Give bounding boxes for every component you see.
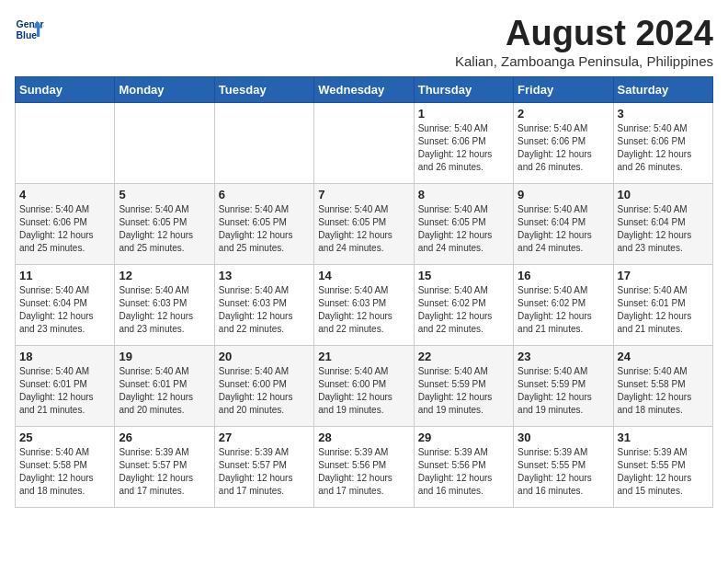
calendar-cell: 1Sunrise: 5:40 AM Sunset: 6:06 PM Daylig… <box>414 102 513 183</box>
day-info: Sunrise: 5:39 AM Sunset: 5:57 PM Dayligh… <box>219 446 310 498</box>
day-info: Sunrise: 5:40 AM Sunset: 6:00 PM Dayligh… <box>318 365 409 417</box>
calendar-cell: 22Sunrise: 5:40 AM Sunset: 5:59 PM Dayli… <box>414 345 513 426</box>
svg-text:Blue: Blue <box>17 30 38 40</box>
calendar-header-row: SundayMondayTuesdayWednesdayThursdayFrid… <box>16 76 713 102</box>
calendar-week-3: 11Sunrise: 5:40 AM Sunset: 6:04 PM Dayli… <box>16 264 713 345</box>
calendar-cell: 4Sunrise: 5:40 AM Sunset: 6:06 PM Daylig… <box>16 183 115 264</box>
day-info: Sunrise: 5:40 AM Sunset: 6:01 PM Dayligh… <box>119 365 210 417</box>
calendar-cell: 11Sunrise: 5:40 AM Sunset: 6:04 PM Dayli… <box>16 264 115 345</box>
day-info: Sunrise: 5:40 AM Sunset: 6:02 PM Dayligh… <box>418 284 509 336</box>
day-header-sunday: Sunday <box>16 76 115 102</box>
day-number: 18 <box>19 350 110 363</box>
day-number: 23 <box>518 350 609 363</box>
calendar-cell: 30Sunrise: 5:39 AM Sunset: 5:55 PM Dayli… <box>514 426 613 507</box>
day-info: Sunrise: 5:40 AM Sunset: 5:59 PM Dayligh… <box>418 365 509 417</box>
day-info: Sunrise: 5:40 AM Sunset: 6:05 PM Dayligh… <box>418 203 509 255</box>
day-info: Sunrise: 5:40 AM Sunset: 6:01 PM Dayligh… <box>19 365 110 417</box>
logo-icon: General Blue <box>15 15 44 44</box>
calendar-cell: 23Sunrise: 5:40 AM Sunset: 5:59 PM Dayli… <box>514 345 613 426</box>
day-number: 9 <box>518 188 609 201</box>
calendar-cell <box>214 102 313 183</box>
calendar-cell: 13Sunrise: 5:40 AM Sunset: 6:03 PM Dayli… <box>214 264 313 345</box>
day-info: Sunrise: 5:40 AM Sunset: 6:03 PM Dayligh… <box>318 284 409 336</box>
day-number: 7 <box>318 188 409 201</box>
day-info: Sunrise: 5:40 AM Sunset: 6:05 PM Dayligh… <box>219 203 310 255</box>
calendar-cell: 14Sunrise: 5:40 AM Sunset: 6:03 PM Dayli… <box>314 264 414 345</box>
calendar-week-2: 4Sunrise: 5:40 AM Sunset: 6:06 PM Daylig… <box>16 183 713 264</box>
calendar-body: 1Sunrise: 5:40 AM Sunset: 6:06 PM Daylig… <box>16 102 713 507</box>
calendar-cell: 29Sunrise: 5:39 AM Sunset: 5:56 PM Dayli… <box>414 426 513 507</box>
calendar-cell: 12Sunrise: 5:40 AM Sunset: 6:03 PM Dayli… <box>115 264 214 345</box>
header: General Blue August 2024 Kalian, Zamboan… <box>15 15 713 69</box>
day-header-thursday: Thursday <box>414 76 513 102</box>
day-info: Sunrise: 5:40 AM Sunset: 6:02 PM Dayligh… <box>518 284 609 336</box>
day-number: 17 <box>618 269 709 282</box>
day-header-saturday: Saturday <box>613 76 712 102</box>
calendar-cell: 2Sunrise: 5:40 AM Sunset: 6:06 PM Daylig… <box>514 102 613 183</box>
day-info: Sunrise: 5:40 AM Sunset: 6:03 PM Dayligh… <box>219 284 310 336</box>
calendar-cell: 21Sunrise: 5:40 AM Sunset: 6:00 PM Dayli… <box>314 345 414 426</box>
day-number: 10 <box>618 188 709 201</box>
calendar-cell: 26Sunrise: 5:39 AM Sunset: 5:57 PM Dayli… <box>115 426 214 507</box>
day-number: 2 <box>518 107 609 121</box>
day-number: 22 <box>418 350 509 363</box>
day-info: Sunrise: 5:40 AM Sunset: 5:59 PM Dayligh… <box>518 365 609 417</box>
logo: General Blue <box>15 15 44 44</box>
day-number: 21 <box>318 350 409 363</box>
day-number: 11 <box>19 269 110 282</box>
day-info: Sunrise: 5:39 AM Sunset: 5:57 PM Dayligh… <box>119 446 210 498</box>
calendar-cell: 7Sunrise: 5:40 AM Sunset: 6:05 PM Daylig… <box>314 183 414 264</box>
day-info: Sunrise: 5:40 AM Sunset: 6:05 PM Dayligh… <box>318 203 409 255</box>
day-number: 1 <box>418 107 509 121</box>
day-number: 15 <box>418 269 509 282</box>
calendar-cell: 28Sunrise: 5:39 AM Sunset: 5:56 PM Dayli… <box>314 426 414 507</box>
day-number: 30 <box>518 431 609 444</box>
day-number: 31 <box>618 431 709 444</box>
day-number: 16 <box>518 269 609 282</box>
calendar-cell: 10Sunrise: 5:40 AM Sunset: 6:04 PM Dayli… <box>613 183 712 264</box>
month-title: August 2024 <box>455 15 713 53</box>
calendar-cell: 20Sunrise: 5:40 AM Sunset: 6:00 PM Dayli… <box>214 345 313 426</box>
day-number: 6 <box>219 188 310 201</box>
day-number: 25 <box>19 431 110 444</box>
day-info: Sunrise: 5:40 AM Sunset: 6:00 PM Dayligh… <box>219 365 310 417</box>
day-number: 4 <box>19 188 110 201</box>
day-info: Sunrise: 5:39 AM Sunset: 5:56 PM Dayligh… <box>318 446 409 498</box>
calendar-cell: 25Sunrise: 5:40 AM Sunset: 5:58 PM Dayli… <box>16 426 115 507</box>
calendar-cell: 19Sunrise: 5:40 AM Sunset: 6:01 PM Dayli… <box>115 345 214 426</box>
day-number: 5 <box>119 188 210 201</box>
day-number: 24 <box>618 350 709 363</box>
calendar-cell: 17Sunrise: 5:40 AM Sunset: 6:01 PM Dayli… <box>613 264 712 345</box>
day-info: Sunrise: 5:40 AM Sunset: 6:04 PM Dayligh… <box>618 203 709 255</box>
day-info: Sunrise: 5:39 AM Sunset: 5:55 PM Dayligh… <box>618 446 709 498</box>
day-info: Sunrise: 5:40 AM Sunset: 6:06 PM Dayligh… <box>418 122 509 174</box>
calendar-cell: 16Sunrise: 5:40 AM Sunset: 6:02 PM Dayli… <box>514 264 613 345</box>
day-info: Sunrise: 5:39 AM Sunset: 5:56 PM Dayligh… <box>418 446 509 498</box>
calendar-cell: 8Sunrise: 5:40 AM Sunset: 6:05 PM Daylig… <box>414 183 513 264</box>
calendar-cell: 6Sunrise: 5:40 AM Sunset: 6:05 PM Daylig… <box>214 183 313 264</box>
calendar-cell <box>314 102 414 183</box>
day-number: 26 <box>119 431 210 444</box>
day-header-monday: Monday <box>115 76 214 102</box>
day-number: 29 <box>418 431 509 444</box>
calendar-cell: 3Sunrise: 5:40 AM Sunset: 6:06 PM Daylig… <box>613 102 712 183</box>
day-number: 19 <box>119 350 210 363</box>
calendar-week-5: 25Sunrise: 5:40 AM Sunset: 5:58 PM Dayli… <box>16 426 713 507</box>
day-info: Sunrise: 5:40 AM Sunset: 6:03 PM Dayligh… <box>119 284 210 336</box>
day-number: 27 <box>219 431 310 444</box>
day-info: Sunrise: 5:40 AM Sunset: 6:04 PM Dayligh… <box>518 203 609 255</box>
day-info: Sunrise: 5:40 AM Sunset: 6:01 PM Dayligh… <box>618 284 709 336</box>
calendar-week-1: 1Sunrise: 5:40 AM Sunset: 6:06 PM Daylig… <box>16 102 713 183</box>
calendar-cell <box>16 102 115 183</box>
day-header-wednesday: Wednesday <box>314 76 414 102</box>
calendar-cell: 31Sunrise: 5:39 AM Sunset: 5:55 PM Dayli… <box>613 426 712 507</box>
day-number: 8 <box>418 188 509 201</box>
day-info: Sunrise: 5:40 AM Sunset: 5:58 PM Dayligh… <box>19 446 110 498</box>
day-number: 13 <box>219 269 310 282</box>
calendar-cell: 27Sunrise: 5:39 AM Sunset: 5:57 PM Dayli… <box>214 426 313 507</box>
day-info: Sunrise: 5:40 AM Sunset: 6:06 PM Dayligh… <box>618 122 709 174</box>
calendar-cell: 24Sunrise: 5:40 AM Sunset: 5:58 PM Dayli… <box>613 345 712 426</box>
day-number: 28 <box>318 431 409 444</box>
calendar-week-4: 18Sunrise: 5:40 AM Sunset: 6:01 PM Dayli… <box>16 345 713 426</box>
day-number: 3 <box>618 107 709 121</box>
